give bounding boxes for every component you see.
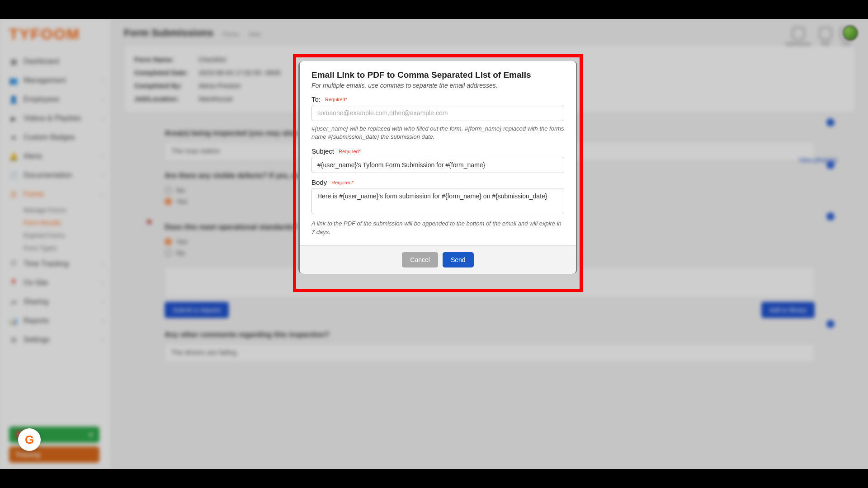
cancel-button[interactable]: Cancel [402,252,438,267]
to-label: To: Required [311,95,564,103]
body-input[interactable] [311,188,564,214]
modal-footer: Cancel Send [300,245,576,274]
to-input[interactable] [311,105,564,121]
modal-title: Email Link to PDF to Comma Separated Lis… [311,70,564,80]
email-pdf-modal: Email Link to PDF to Comma Separated Lis… [298,60,577,275]
required-tag: Required [339,149,361,154]
footer-hint: A link to the PDF of the submission will… [311,220,564,236]
subject-input[interactable] [311,157,564,173]
body-label: Body Required [311,178,564,186]
placeholder-hint: #{user_name} will be replaced with who f… [311,125,564,141]
required-tag: Required [325,97,347,102]
required-tag: Required [331,180,354,185]
modal-subtitle: For multiple emails, use commas to separ… [311,82,564,89]
send-button[interactable]: Send [443,252,474,267]
subject-label: Subject Required [311,147,564,155]
